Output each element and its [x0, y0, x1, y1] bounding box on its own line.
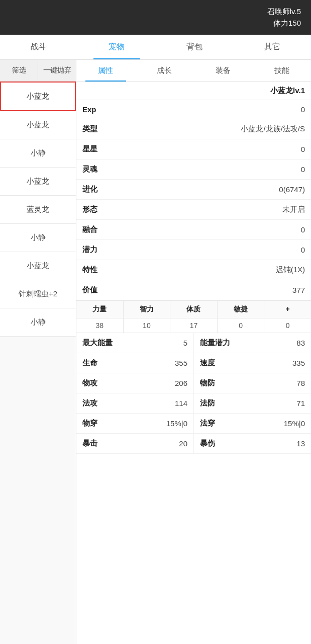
pet-item-4[interactable]: 蓝灵龙	[0, 196, 76, 224]
cell-pdef: 物防 78	[194, 373, 311, 393]
stat-label-star: 星星	[82, 144, 107, 154]
label-crit: 暴击	[82, 439, 107, 448]
pet-item-8[interactable]: 小静	[0, 308, 76, 337]
col-header-agility: 敏捷	[218, 301, 265, 318]
pet-item-7[interactable]: 针刺蠕虫+2	[0, 280, 76, 308]
label-energy-potential: 能量潜力	[200, 338, 230, 348]
pet-item-5[interactable]: 小静	[0, 224, 76, 252]
value-max-energy: 5	[183, 339, 187, 347]
stat-row-potential: 潜力 0	[76, 240, 311, 260]
two-col-crit-critdmg: 暴击 20 暴伤 13	[76, 434, 311, 454]
stat-row-trait: 特性 迟钝(1X)	[76, 260, 311, 280]
stat-row-soul: 灵魂 0	[76, 159, 311, 180]
label-hp: 生命	[82, 358, 107, 368]
discard-button[interactable]: 一键抛弃	[38, 60, 76, 81]
stat-label-fusion: 融合	[82, 225, 107, 234]
value-crit: 20	[179, 439, 187, 448]
player-class: 召唤师lv.5	[10, 6, 301, 18]
stat-value-type: 小蓝龙/龙族/法攻/S	[241, 124, 305, 134]
base-stats-values: 38 10 17 0 0	[76, 318, 311, 333]
col-val-agility: 0	[218, 318, 265, 333]
value-mdef: 71	[296, 399, 305, 408]
col-val-intel: 10	[124, 318, 171, 333]
cell-ppenetrate: 物穿 15%|0	[76, 414, 194, 433]
label-matk: 法攻	[82, 398, 107, 408]
cell-max-energy: 最大能量 5	[76, 333, 194, 353]
label-speed: 速度	[200, 358, 224, 368]
cell-hp: 生命 355	[76, 353, 194, 373]
stat-value-potential: 0	[301, 246, 305, 254]
stat-value-evolve: 0(6747)	[279, 185, 305, 194]
cell-mpenetrate: 法穿 15%|0	[194, 414, 311, 433]
nav-battle[interactable]: 战斗	[0, 35, 78, 59]
stat-label-evolve: 进化	[82, 185, 107, 194]
detail-panel: 属性 成长 装备 技能 小蓝龙lv.1 Exp 0 类型 小蓝龙/龙族/法攻/S…	[76, 60, 311, 644]
label-ppenetrate: 物穿	[82, 419, 107, 428]
stat-value-form: 未开启	[282, 205, 305, 214]
col-val-constitution: 17	[170, 318, 218, 333]
stat-value-fusion: 0	[301, 225, 305, 234]
stat-row-type: 类型 小蓝龙/龙族/法攻/S	[76, 119, 311, 139]
sidebar-actions: 筛选 一键抛弃	[0, 60, 76, 82]
pet-name-level: 小蓝龙lv.1	[76, 82, 311, 100]
stat-label-type: 类型	[82, 124, 107, 134]
sub-nav-attr[interactable]: 属性	[76, 60, 135, 82]
filter-button[interactable]: 筛选	[0, 60, 38, 81]
value-hp: 355	[175, 359, 187, 367]
stat-label-soul: 灵魂	[82, 165, 107, 174]
pet-item-6[interactable]: 小蓝龙	[0, 252, 76, 280]
stat-label-exp: Exp	[82, 105, 107, 114]
stat-value-value: 377	[292, 286, 305, 294]
nav-pet[interactable]: 宠物	[78, 35, 156, 59]
col-header-intel: 智力	[124, 301, 171, 318]
value-pdef: 78	[296, 379, 305, 387]
cell-critdmg: 暴伤 13	[194, 434, 311, 453]
value-mpenetrate: 15%|0	[284, 419, 305, 428]
two-col-matk-mdef: 法攻 114 法防 71	[76, 393, 311, 414]
value-critdmg: 13	[296, 439, 305, 448]
value-speed: 335	[292, 359, 305, 367]
pet-item-1[interactable]: 小蓝龙	[0, 111, 76, 139]
stamina: 体力150	[10, 18, 301, 29]
pet-item-0[interactable]: 小蓝龙	[0, 82, 76, 111]
stat-value-trait: 迟钝(1X)	[276, 265, 305, 275]
stat-row-value: 价值 377	[76, 280, 311, 300]
cell-speed: 速度 335	[194, 353, 311, 373]
two-col-energy: 最大能量 5 能量潜力 83	[76, 333, 311, 353]
stat-row-exp: Exp 0	[76, 100, 311, 119]
pet-item-3[interactable]: 小蓝龙	[0, 168, 76, 196]
stat-label-potential: 潜力	[82, 245, 107, 255]
stat-row-form: 形态 未开启	[76, 200, 311, 220]
col-header-constitution: 体质	[170, 301, 218, 318]
sub-nav-skill[interactable]: 技能	[252, 60, 311, 82]
stat-label-trait: 特性	[82, 265, 107, 275]
sub-nav-growth[interactable]: 成长	[135, 60, 194, 82]
label-mdef: 法防	[200, 398, 224, 408]
stat-value-soul: 0	[301, 165, 305, 174]
col-header-strength: 力量	[76, 301, 124, 318]
value-ppenetrate: 15%|0	[166, 419, 187, 428]
stat-row-star: 星星 0	[76, 139, 311, 159]
col-val-strength: 38	[76, 318, 124, 333]
pet-item-2[interactable]: 小静	[0, 139, 76, 168]
nav-other[interactable]: 其它	[233, 35, 311, 59]
sub-nav-equip[interactable]: 装备	[194, 60, 253, 82]
cell-mdef: 法防 71	[194, 393, 311, 413]
sub-nav: 属性 成长 装备 技能	[76, 60, 311, 82]
sidebar: 筛选 一键抛弃 小蓝龙 小蓝龙 小静 小蓝龙 蓝灵龙 小静 小蓝龙 针刺蠕虫+2…	[0, 60, 76, 644]
label-critdmg: 暴伤	[200, 439, 224, 448]
stat-row-evolve: 进化 0(6747)	[76, 180, 311, 200]
pet-list: 小蓝龙 小蓝龙 小静 小蓝龙 蓝灵龙 小静 小蓝龙 针刺蠕虫+2 小静	[0, 82, 76, 644]
label-patk: 物攻	[82, 378, 107, 388]
cell-matk: 法攻 114	[76, 393, 194, 413]
two-col-patk-pdef: 物攻 206 物防 78	[76, 373, 311, 393]
stats-table: Exp 0 类型 小蓝龙/龙族/法攻/S 星星 0 灵魂 0 进化 0(6747…	[76, 100, 311, 644]
col-header-plus: +	[264, 301, 311, 318]
nav-bag[interactable]: 背包	[156, 35, 234, 59]
value-energy-potential: 83	[296, 339, 305, 347]
col-val-plus: 0	[264, 318, 311, 333]
label-mpenetrate: 法穿	[200, 419, 224, 428]
base-stats-header: 力量 智力 体质 敏捷 +	[76, 300, 311, 318]
cell-patk: 物攻 206	[76, 373, 194, 393]
value-matk: 114	[175, 399, 187, 408]
